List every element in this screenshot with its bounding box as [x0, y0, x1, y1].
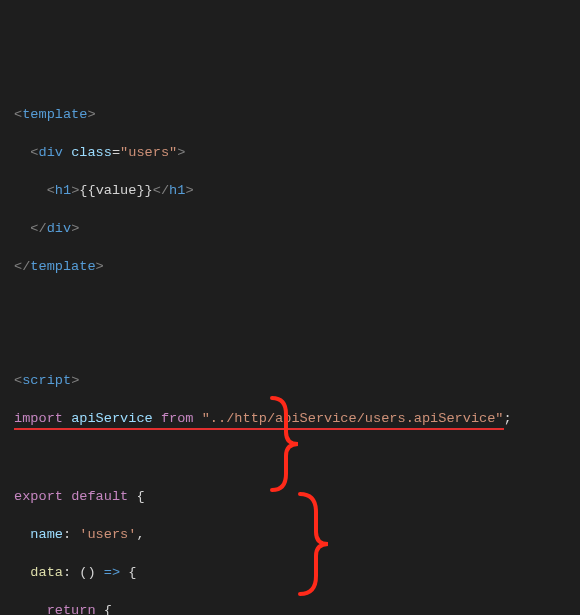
- red-underline-annotation: import apiService from "../http/apiServi…: [14, 409, 504, 430]
- import-line: import apiService from "../http/apiServi…: [14, 409, 576, 430]
- code-line: data: () => {: [14, 563, 576, 582]
- blank-line: [14, 295, 576, 314]
- code-line: <script>: [14, 371, 576, 390]
- code-line: <template>: [14, 105, 576, 124]
- code-line: <h1>{{value}}</h1>: [14, 181, 576, 200]
- code-line: </template>: [14, 257, 576, 276]
- blank-line: [14, 449, 576, 468]
- code-line: return {: [14, 601, 576, 615]
- blank-line: [14, 333, 576, 352]
- code-line: <div class="users">: [14, 143, 576, 162]
- code-line: name: 'users',: [14, 525, 576, 544]
- code-line: </div>: [14, 219, 576, 238]
- code-line: export default {: [14, 487, 576, 506]
- code-editor-viewport[interactable]: <template> <div class="users"> <h1>{{val…: [14, 86, 576, 615]
